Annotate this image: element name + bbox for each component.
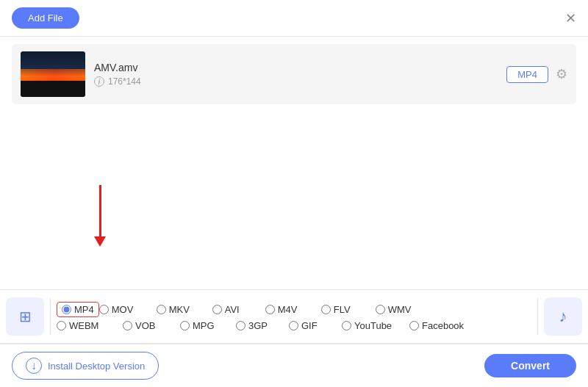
format-option-flv[interactable]: FLV: [321, 304, 376, 315]
file-info: AMV.amv i 176*144: [94, 62, 498, 87]
format-option-avi[interactable]: AVI: [212, 304, 265, 315]
download-icon: ↓: [26, 358, 42, 374]
radio-mkv[interactable]: [157, 305, 166, 314]
file-actions: MP4 ⚙: [506, 66, 567, 83]
format-badge[interactable]: MP4: [506, 66, 548, 83]
radio-wmv[interactable]: [376, 305, 385, 314]
file-item: AMV.amv i 176*144 MP4 ⚙: [12, 44, 576, 104]
format-label-facebook: Facebook: [422, 320, 464, 331]
radio-facebook[interactable]: [409, 321, 419, 330]
add-file-button[interactable]: Add File: [12, 7, 79, 29]
format-label-mov: MOV: [112, 304, 134, 315]
format-divider-right: [537, 298, 538, 335]
radio-3gp[interactable]: [236, 321, 245, 330]
info-icon: i: [94, 76, 104, 87]
format-label-m4v: M4V: [278, 304, 298, 315]
format-option-mov[interactable]: MOV: [99, 304, 157, 315]
radio-gif[interactable]: [289, 321, 298, 330]
radio-avi[interactable]: [212, 305, 222, 314]
format-label-mpg: MPG: [193, 320, 215, 331]
format-option-mp4[interactable]: MP4: [57, 302, 99, 317]
format-options: MP4 MOV MKV AVI M4V: [57, 302, 531, 331]
format-row-1: MP4 MOV MKV AVI M4V: [57, 302, 531, 317]
main-area: [0, 112, 588, 289]
format-option-mpg[interactable]: MPG: [180, 320, 236, 331]
format-label-wmv: WMV: [388, 304, 412, 315]
install-button[interactable]: ↓ Install Desktop Version: [12, 352, 159, 380]
radio-webm[interactable]: [57, 321, 66, 330]
close-button[interactable]: ✕: [565, 12, 576, 25]
format-label-flv: FLV: [334, 304, 351, 315]
radio-flv[interactable]: [321, 305, 331, 314]
format-label-mp4: MP4: [74, 304, 94, 315]
format-option-youtube[interactable]: YouTube: [342, 320, 409, 331]
top-bar: Add File ✕: [0, 0, 588, 37]
format-option-wmv[interactable]: WMV: [376, 304, 430, 315]
audio-format-button[interactable]: ♪: [544, 297, 582, 336]
format-row-2: WEBM VOB MPG 3GP GIF: [57, 320, 531, 331]
file-meta: i 176*144: [94, 76, 498, 87]
file-name: AMV.amv: [94, 62, 498, 73]
arrow-shaft: [99, 185, 101, 236]
format-label-3gp: 3GP: [248, 320, 268, 331]
format-label-webm: WEBM: [69, 320, 98, 331]
format-option-gif[interactable]: GIF: [289, 320, 342, 331]
file-list-area: AMV.amv i 176*144 MP4 ⚙: [0, 37, 588, 112]
file-thumbnail: [21, 51, 85, 97]
arrow-head: [94, 236, 106, 247]
format-bar: ⊞ MP4 MOV MKV AVI: [0, 289, 588, 344]
radio-mpg[interactable]: [180, 321, 190, 330]
settings-button[interactable]: ⚙: [556, 66, 567, 82]
video-format-button[interactable]: ⊞: [6, 297, 44, 336]
film-icon: ⊞: [19, 308, 32, 325]
file-dimensions: 176*144: [108, 76, 141, 87]
radio-vob[interactable]: [123, 321, 132, 330]
format-option-3gp[interactable]: 3GP: [236, 320, 289, 331]
format-divider: [50, 298, 51, 335]
format-label-vob: VOB: [135, 320, 155, 331]
bottom-bar: ↓ Install Desktop Version Convert: [0, 344, 588, 387]
install-label: Install Desktop Version: [48, 361, 145, 372]
format-option-webm[interactable]: WEBM: [57, 320, 123, 331]
format-label-youtube: YouTube: [354, 320, 392, 331]
format-option-facebook[interactable]: Facebook: [409, 320, 476, 331]
format-label-gif: GIF: [301, 320, 318, 331]
format-option-mkv[interactable]: MKV: [157, 304, 212, 315]
convert-button[interactable]: Convert: [484, 354, 576, 377]
format-label-avi: AVI: [225, 304, 240, 315]
radio-mp4[interactable]: [62, 305, 71, 314]
format-option-m4v[interactable]: M4V: [265, 304, 321, 315]
music-icon: ♪: [559, 307, 567, 326]
radio-mov[interactable]: [99, 305, 109, 314]
radio-m4v[interactable]: [265, 305, 275, 314]
format-option-vob[interactable]: VOB: [123, 320, 180, 331]
annotation-arrow: [94, 185, 106, 247]
radio-youtube[interactable]: [342, 321, 351, 330]
format-label-mkv: MKV: [169, 304, 190, 315]
